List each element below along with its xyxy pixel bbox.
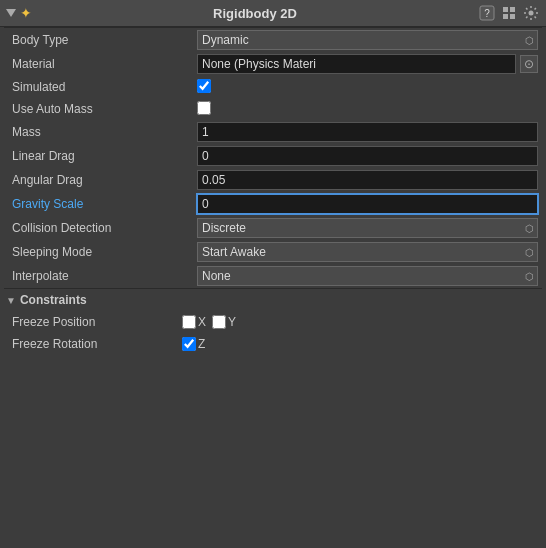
layout-icon[interactable] (500, 4, 518, 22)
freeze-position-y-checkbox[interactable] (212, 315, 226, 329)
sleeping-mode-label: Sleeping Mode (12, 245, 197, 259)
svg-rect-2 (503, 7, 508, 12)
sleeping-mode-select[interactable]: Never Sleep Start Awake Start Asleep (197, 242, 538, 262)
collision-detection-row: Collision Detection Discrete Continuous … (0, 216, 546, 240)
freeze-rotation-label: Freeze Rotation (12, 337, 182, 351)
gravity-scale-input[interactable] (197, 194, 538, 214)
material-row: Material ⊙ (0, 52, 546, 76)
body-type-select[interactable]: Dynamic Kinematic Static (197, 30, 538, 50)
svg-rect-5 (510, 14, 515, 19)
sleeping-mode-row: Sleeping Mode Never Sleep Start Awake St… (0, 240, 546, 264)
header-right-icons: ? (478, 4, 540, 22)
freeze-rotation-z-checkbox[interactable] (182, 337, 196, 351)
material-input-row: ⊙ (197, 54, 538, 74)
constraints-section-header[interactable]: ▼ Constraints (0, 289, 546, 311)
freeze-rotation-z-label: Z (198, 337, 205, 351)
sleeping-mode-select-wrapper: Never Sleep Start Awake Start Asleep ⬡ (197, 242, 538, 262)
svg-point-6 (529, 11, 534, 16)
settings-icon[interactable] (522, 4, 540, 22)
material-value: ⊙ (197, 54, 538, 74)
use-auto-mass-checkbox[interactable] (197, 101, 211, 115)
simulated-value (197, 79, 538, 96)
linear-drag-value (197, 146, 538, 166)
body-type-select-wrapper: Dynamic Kinematic Static ⬡ (197, 30, 538, 50)
component-title: Rigidbody 2D (38, 6, 472, 21)
interpolate-select[interactable]: None Interpolate Extrapolate (197, 266, 538, 286)
material-input[interactable] (197, 54, 516, 74)
interpolate-value: None Interpolate Extrapolate ⬡ (197, 266, 538, 286)
mass-input[interactable] (197, 122, 538, 142)
freeze-rotation-value: Z (182, 337, 205, 351)
linear-drag-row: Linear Drag (0, 144, 546, 168)
component-header: ✦ Rigidbody 2D ? (0, 0, 546, 27)
freeze-position-value: X Y (182, 315, 236, 329)
collision-detection-value: Discrete Continuous ⬡ (197, 218, 538, 238)
mass-label: Mass (12, 125, 197, 139)
interpolate-select-wrapper: None Interpolate Extrapolate ⬡ (197, 266, 538, 286)
freeze-position-y-item: Y (212, 315, 236, 329)
freeze-position-x-checkbox[interactable] (182, 315, 196, 329)
material-picker-icon[interactable]: ⊙ (520, 55, 538, 73)
angular-drag-row: Angular Drag (0, 168, 546, 192)
freeze-rotation-z-item: Z (182, 337, 205, 351)
linear-drag-label: Linear Drag (12, 149, 197, 163)
simulated-label: Simulated (12, 80, 197, 94)
svg-rect-3 (510, 7, 515, 12)
interpolate-row: Interpolate None Interpolate Extrapolate… (0, 264, 546, 288)
linear-drag-input[interactable] (197, 146, 538, 166)
mass-value (197, 122, 538, 142)
mass-row: Mass (0, 120, 546, 144)
angular-drag-input[interactable] (197, 170, 538, 190)
freeze-rotation-row: Freeze Rotation Z (0, 333, 546, 355)
simulated-row: Simulated (0, 76, 546, 98)
freeze-position-row: Freeze Position X Y (0, 311, 546, 333)
body-type-value: Dynamic Kinematic Static ⬡ (197, 30, 538, 50)
freeze-position-y-label: Y (228, 315, 236, 329)
collision-detection-select-wrapper: Discrete Continuous ⬡ (197, 218, 538, 238)
freeze-position-x-item: X (182, 315, 206, 329)
constraints-collapse-icon: ▼ (6, 295, 16, 306)
freeze-position-x-label: X (198, 315, 206, 329)
material-label: Material (12, 57, 197, 71)
use-auto-mass-value (197, 101, 538, 118)
collision-detection-select[interactable]: Discrete Continuous (197, 218, 538, 238)
rigidbody2d-panel: ✦ Rigidbody 2D ? (0, 0, 546, 355)
sleeping-mode-value: Never Sleep Start Awake Start Asleep ⬡ (197, 242, 538, 262)
svg-rect-4 (503, 14, 508, 19)
svg-text:?: ? (484, 8, 490, 19)
collision-detection-label: Collision Detection (12, 221, 197, 235)
freeze-position-label: Freeze Position (12, 315, 182, 329)
body-type-label: Body Type (12, 33, 197, 47)
header-left-icons: ✦ (6, 5, 32, 21)
collapse-arrow-icon[interactable] (6, 9, 16, 17)
use-auto-mass-row: Use Auto Mass (0, 98, 546, 120)
constraints-title: Constraints (20, 293, 87, 307)
help-icon[interactable]: ? (478, 4, 496, 22)
component-star-icon: ✦ (20, 5, 32, 21)
use-auto-mass-label: Use Auto Mass (12, 102, 197, 116)
simulated-checkbox[interactable] (197, 79, 211, 93)
gravity-scale-row: Gravity Scale (0, 192, 546, 216)
body-type-row: Body Type Dynamic Kinematic Static ⬡ (0, 28, 546, 52)
angular-drag-label: Angular Drag (12, 173, 197, 187)
angular-drag-value (197, 170, 538, 190)
gravity-scale-label: Gravity Scale (12, 197, 197, 211)
interpolate-label: Interpolate (12, 269, 197, 283)
gravity-scale-value (197, 194, 538, 214)
